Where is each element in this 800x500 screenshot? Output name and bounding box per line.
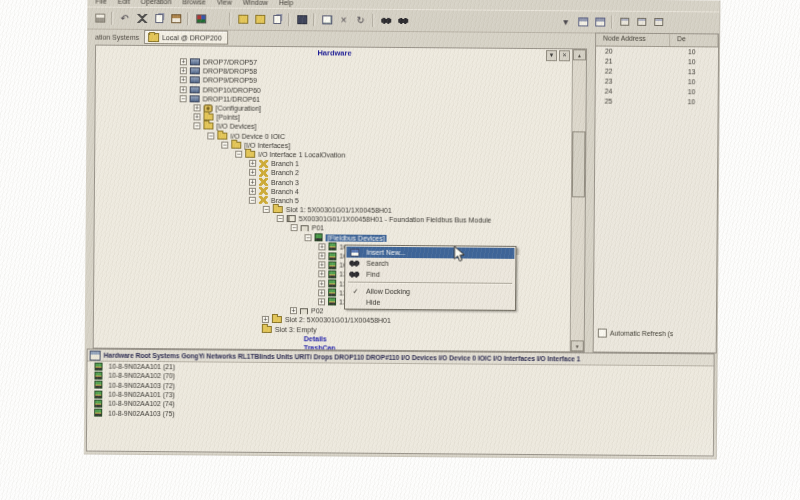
expander-plus-icon[interactable]: + bbox=[318, 298, 325, 305]
toolbar-camera-button[interactable] bbox=[293, 12, 310, 28]
expander-plus-icon[interactable]: + bbox=[193, 114, 200, 121]
branch-icon bbox=[259, 187, 268, 195]
menu-item-browse[interactable]: Browse bbox=[182, 0, 205, 5]
list-item-label: 10-8-9N02AA101 (21) bbox=[109, 363, 176, 371]
folder-icon bbox=[262, 325, 272, 332]
expander-plus-icon[interactable]: + bbox=[180, 58, 187, 65]
panel-close-button[interactable]: × bbox=[559, 50, 570, 61]
expander-minus-icon[interactable]: − bbox=[305, 234, 312, 241]
expander-plus-icon[interactable]: + bbox=[249, 188, 256, 195]
toolbar-find-button[interactable] bbox=[394, 12, 411, 28]
tree-row-label: P02 bbox=[311, 307, 324, 314]
branch-icon bbox=[259, 160, 268, 168]
tree-row-label: [Points] bbox=[216, 114, 239, 121]
tree-row-label: Slot 1: 5X00301G01/1X00458H01 bbox=[286, 206, 392, 214]
system-selector-value: Local @ DROP200 bbox=[162, 34, 222, 41]
device-icon bbox=[94, 409, 102, 417]
context-menu-item-label: Search bbox=[366, 260, 388, 267]
menu-item-file[interactable]: File bbox=[95, 0, 106, 5]
expander-minus-icon[interactable]: − bbox=[207, 132, 214, 139]
device-cell: 10 bbox=[679, 57, 718, 67]
menu-separator bbox=[348, 282, 512, 285]
expander-plus-icon[interactable]: + bbox=[180, 86, 187, 93]
menu-item-window[interactable]: Window bbox=[243, 0, 268, 6]
expander-plus-icon[interactable]: + bbox=[262, 316, 269, 323]
toolbar-window-tile-vertical-button[interactable] bbox=[591, 13, 608, 29]
toolbar-dropdown-button[interactable]: ▾ bbox=[557, 13, 574, 29]
menu-item-operation[interactable]: Operation bbox=[141, 0, 172, 5]
tree-row-label: I/O Interface 1 LocalOvation bbox=[258, 151, 345, 159]
expander-plus-icon[interactable]: + bbox=[194, 104, 201, 111]
expander-minus-icon[interactable]: − bbox=[180, 95, 187, 102]
toolbar-window-tile-horizontal-button[interactable] bbox=[574, 13, 591, 29]
automatic-refresh-label: Automatic Refresh (s bbox=[610, 330, 674, 337]
expander-plus-icon[interactable]: + bbox=[318, 252, 325, 259]
table-row[interactable]: 2510 bbox=[596, 97, 718, 108]
toolbar-open-folder-button[interactable] bbox=[234, 11, 251, 27]
expander-plus-icon[interactable]: + bbox=[318, 262, 325, 269]
context-menu-item-find[interactable]: Find bbox=[346, 269, 514, 281]
list-item-label: 10-8-9N02AA102 (70) bbox=[108, 372, 175, 380]
systems-tab-label[interactable]: ation Systems bbox=[95, 33, 139, 40]
toolbar-refresh-button[interactable]: ↻ bbox=[352, 12, 369, 28]
toolbar-print-button[interactable] bbox=[91, 10, 108, 26]
details-item-list: 10-8-9N02AA101 (21)10-8-9N02AA102 (70)10… bbox=[87, 362, 713, 423]
tree-vertical-scrollbar[interactable]: ▲ ▼ bbox=[570, 49, 586, 351]
device-cell: 10 bbox=[679, 77, 718, 87]
window-button-3-icon bbox=[654, 18, 663, 26]
toolbar-delete-button[interactable]: × bbox=[335, 12, 352, 28]
menu-item-edit[interactable]: Edit bbox=[118, 0, 130, 5]
device-cell: 10 bbox=[679, 87, 718, 97]
context-menu-item-hide[interactable]: Hide bbox=[346, 297, 514, 309]
toolbar-cut-button[interactable] bbox=[133, 10, 150, 26]
system-selector[interactable]: Local @ DROP200 bbox=[144, 30, 228, 45]
toolbar-select-button[interactable] bbox=[318, 12, 335, 28]
toolbar-undo-button[interactable]: ↶ bbox=[116, 10, 133, 26]
toolbar-folder-button[interactable] bbox=[251, 11, 268, 27]
column-header-node-address[interactable]: Node Address bbox=[596, 34, 670, 47]
expander-plus-icon[interactable]: + bbox=[249, 178, 256, 185]
toolbar-palette-button[interactable] bbox=[192, 11, 209, 27]
expander-plus-icon[interactable]: + bbox=[180, 77, 187, 84]
expander-plus-icon[interactable]: + bbox=[180, 68, 187, 75]
menu-item-help[interactable]: Help bbox=[279, 0, 293, 6]
expander-plus-icon[interactable]: + bbox=[249, 169, 256, 176]
tree-link-details[interactable]: Details bbox=[304, 335, 327, 342]
toolbar-search-button[interactable] bbox=[377, 12, 394, 28]
toolbar-copy-button[interactable] bbox=[150, 11, 167, 27]
expander-minus-icon[interactable]: − bbox=[263, 206, 270, 213]
expander-minus-icon[interactable]: − bbox=[291, 225, 298, 232]
branch-icon bbox=[259, 178, 268, 186]
scroll-up-button[interactable]: ▲ bbox=[573, 49, 586, 60]
tree-row-label: P01 bbox=[312, 225, 325, 232]
toolbar-window-button-1-button[interactable] bbox=[616, 14, 633, 30]
toolbar-window-button-3-button[interactable] bbox=[650, 14, 667, 30]
panel-minimize-button[interactable]: ▾ bbox=[546, 50, 557, 61]
tree-row-label: Slot 3: Empty bbox=[275, 326, 317, 333]
expander-plus-icon[interactable]: + bbox=[318, 271, 325, 278]
column-header-de[interactable]: De bbox=[670, 34, 718, 46]
expander-minus-icon[interactable]: − bbox=[221, 141, 228, 148]
expander-minus-icon[interactable]: − bbox=[249, 197, 256, 204]
scroll-down-button[interactable]: ▼ bbox=[571, 340, 584, 351]
menu-item-view[interactable]: View bbox=[217, 0, 232, 6]
expander-plus-icon[interactable]: + bbox=[318, 289, 325, 296]
scrollbar-thumb[interactable] bbox=[572, 131, 586, 197]
expander-plus-icon[interactable]: + bbox=[249, 160, 256, 167]
port-icon bbox=[301, 225, 309, 231]
expander-minus-icon[interactable]: − bbox=[235, 151, 242, 158]
expander-plus-icon[interactable]: + bbox=[318, 280, 325, 287]
automatic-refresh-checkbox[interactable] bbox=[598, 329, 607, 338]
toolbar-window-button-2-button[interactable] bbox=[633, 14, 650, 30]
expander-minus-icon[interactable]: − bbox=[277, 215, 284, 222]
toolbar-filter-button[interactable] bbox=[209, 11, 226, 27]
expander-minus-icon[interactable]: − bbox=[193, 123, 200, 130]
expander-plus-icon[interactable]: + bbox=[318, 243, 325, 250]
expander-plus-icon[interactable]: + bbox=[290, 307, 297, 314]
palette-icon bbox=[196, 14, 206, 23]
node-address-cell: 25 bbox=[596, 97, 679, 108]
tree-row-label: DROP8/DROP58 bbox=[203, 68, 257, 75]
toolbar-copy-page-button[interactable] bbox=[268, 11, 285, 27]
toolbar-paste-button[interactable] bbox=[167, 11, 184, 27]
node-address-cell: 23 bbox=[596, 77, 679, 88]
